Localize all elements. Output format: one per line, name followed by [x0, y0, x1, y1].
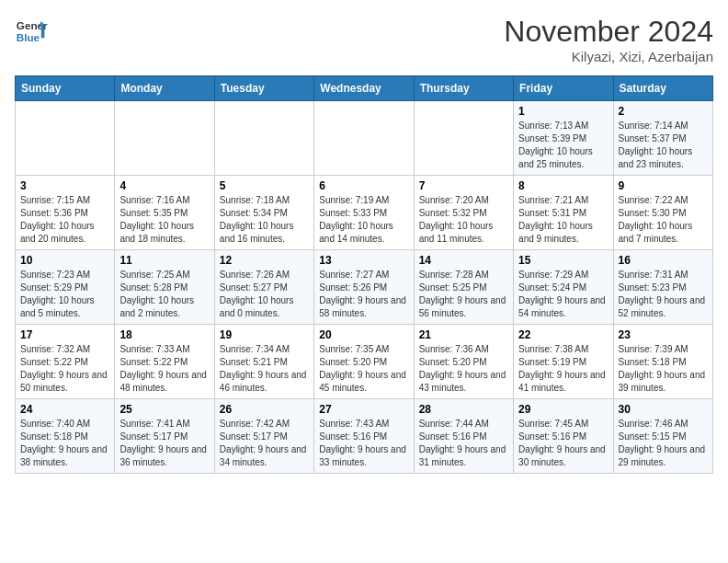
location-subtitle: Kilyazi, Xizi, Azerbaijan: [504, 49, 713, 64]
weekday-header-saturday: Saturday: [613, 76, 712, 101]
calendar-cell: 20Sunrise: 7:35 AM Sunset: 5:20 PM Dayli…: [314, 325, 414, 399]
day-number: 7: [419, 179, 508, 192]
calendar-cell: 10Sunrise: 7:23 AM Sunset: 5:29 PM Dayli…: [16, 250, 115, 325]
calendar-cell: 22Sunrise: 7:38 AM Sunset: 5:19 PM Dayli…: [514, 325, 613, 399]
day-number: 17: [20, 328, 109, 341]
day-number: 6: [319, 179, 408, 192]
day-info: Sunrise: 7:15 AM Sunset: 5:36 PM Dayligh…: [20, 194, 109, 246]
calendar-week-1: 1Sunrise: 7:13 AM Sunset: 5:39 PM Daylig…: [16, 101, 713, 176]
calendar-cell: [214, 101, 313, 176]
day-number: 4: [119, 179, 209, 192]
weekday-header-thursday: Thursday: [414, 76, 513, 101]
day-number: 2: [619, 105, 708, 118]
calendar-cell: 30Sunrise: 7:46 AM Sunset: 5:15 PM Dayli…: [613, 399, 712, 474]
logo: General Blue: [15, 15, 48, 48]
day-info: Sunrise: 7:40 AM Sunset: 5:18 PM Dayligh…: [20, 418, 109, 469]
weekday-header-monday: Monday: [115, 76, 214, 101]
calendar-week-2: 3Sunrise: 7:15 AM Sunset: 5:36 PM Daylig…: [16, 176, 713, 250]
day-number: 9: [619, 179, 708, 192]
day-number: 19: [220, 328, 309, 341]
calendar-cell: 21Sunrise: 7:36 AM Sunset: 5:20 PM Dayli…: [414, 325, 513, 399]
calendar-cell: 11Sunrise: 7:25 AM Sunset: 5:28 PM Dayli…: [115, 250, 214, 325]
day-info: Sunrise: 7:42 AM Sunset: 5:17 PM Dayligh…: [220, 418, 309, 469]
day-info: Sunrise: 7:38 AM Sunset: 5:19 PM Dayligh…: [518, 343, 608, 395]
calendar-cell: 9Sunrise: 7:22 AM Sunset: 5:30 PM Daylig…: [613, 176, 712, 250]
calendar-header: SundayMondayTuesdayWednesdayThursdayFrid…: [16, 76, 713, 101]
day-number: 15: [518, 254, 608, 267]
weekday-header-friday: Friday: [514, 76, 613, 101]
day-info: Sunrise: 7:44 AM Sunset: 5:16 PM Dayligh…: [419, 418, 508, 469]
calendar-cell: 7Sunrise: 7:20 AM Sunset: 5:32 PM Daylig…: [414, 176, 513, 250]
weekday-header-row: SundayMondayTuesdayWednesdayThursdayFrid…: [16, 76, 713, 101]
day-info: Sunrise: 7:16 AM Sunset: 5:35 PM Dayligh…: [119, 194, 209, 246]
day-info: Sunrise: 7:13 AM Sunset: 5:39 PM Dayligh…: [518, 120, 608, 171]
calendar-cell: 19Sunrise: 7:34 AM Sunset: 5:21 PM Dayli…: [214, 325, 313, 399]
day-info: Sunrise: 7:23 AM Sunset: 5:29 PM Dayligh…: [20, 269, 109, 320]
logo-icon: General Blue: [15, 15, 48, 48]
weekday-header-sunday: Sunday: [16, 76, 115, 101]
calendar-cell: 28Sunrise: 7:44 AM Sunset: 5:16 PM Dayli…: [414, 399, 513, 474]
day-number: 8: [518, 179, 608, 192]
day-number: 28: [419, 403, 508, 416]
calendar-week-5: 24Sunrise: 7:40 AM Sunset: 5:18 PM Dayli…: [16, 399, 713, 474]
day-number: 5: [220, 179, 309, 192]
month-title: November 2024: [504, 15, 713, 49]
day-number: 14: [419, 254, 508, 267]
day-info: Sunrise: 7:45 AM Sunset: 5:16 PM Dayligh…: [518, 418, 608, 469]
calendar-cell: [16, 101, 115, 176]
day-number: 24: [20, 403, 109, 416]
day-info: Sunrise: 7:36 AM Sunset: 5:20 PM Dayligh…: [419, 343, 508, 395]
calendar-cell: 4Sunrise: 7:16 AM Sunset: 5:35 PM Daylig…: [115, 176, 214, 250]
weekday-header-wednesday: Wednesday: [314, 76, 414, 101]
day-number: 27: [319, 403, 408, 416]
calendar-cell: 12Sunrise: 7:26 AM Sunset: 5:27 PM Dayli…: [214, 250, 313, 325]
calendar-week-3: 10Sunrise: 7:23 AM Sunset: 5:29 PM Dayli…: [16, 250, 713, 325]
day-number: 20: [319, 328, 408, 341]
day-info: Sunrise: 7:19 AM Sunset: 5:33 PM Dayligh…: [319, 194, 408, 246]
title-area: November 2024 Kilyazi, Xizi, Azerbaijan: [504, 15, 713, 64]
day-number: 18: [119, 328, 209, 341]
day-number: 25: [119, 403, 209, 416]
day-number: 3: [20, 179, 109, 192]
day-number: 10: [20, 254, 109, 267]
day-info: Sunrise: 7:46 AM Sunset: 5:15 PM Dayligh…: [619, 418, 708, 469]
day-info: Sunrise: 7:21 AM Sunset: 5:31 PM Dayligh…: [518, 194, 608, 246]
day-number: 26: [220, 403, 309, 416]
day-number: 11: [119, 254, 209, 267]
calendar-cell: 8Sunrise: 7:21 AM Sunset: 5:31 PM Daylig…: [514, 176, 613, 250]
day-info: Sunrise: 7:25 AM Sunset: 5:28 PM Dayligh…: [119, 269, 209, 320]
day-info: Sunrise: 7:28 AM Sunset: 5:25 PM Dayligh…: [419, 269, 508, 320]
day-number: 12: [220, 254, 309, 267]
day-info: Sunrise: 7:27 AM Sunset: 5:26 PM Dayligh…: [319, 269, 408, 320]
calendar-cell: 3Sunrise: 7:15 AM Sunset: 5:36 PM Daylig…: [16, 176, 115, 250]
calendar-cell: 27Sunrise: 7:43 AM Sunset: 5:16 PM Dayli…: [314, 399, 414, 474]
calendar-cell: 2Sunrise: 7:14 AM Sunset: 5:37 PM Daylig…: [613, 101, 712, 176]
calendar-cell: [314, 101, 414, 176]
day-info: Sunrise: 7:29 AM Sunset: 5:24 PM Dayligh…: [518, 269, 608, 320]
day-info: Sunrise: 7:41 AM Sunset: 5:17 PM Dayligh…: [119, 418, 209, 469]
day-info: Sunrise: 7:18 AM Sunset: 5:34 PM Dayligh…: [220, 194, 309, 246]
day-number: 29: [518, 403, 608, 416]
page-header: General Blue November 2024 Kilyazi, Xizi…: [15, 15, 713, 64]
svg-text:Blue: Blue: [17, 31, 40, 43]
calendar-cell: 24Sunrise: 7:40 AM Sunset: 5:18 PM Dayli…: [16, 399, 115, 474]
day-info: Sunrise: 7:20 AM Sunset: 5:32 PM Dayligh…: [419, 194, 508, 246]
calendar-cell: 5Sunrise: 7:18 AM Sunset: 5:34 PM Daylig…: [214, 176, 313, 250]
day-number: 16: [619, 254, 708, 267]
weekday-header-tuesday: Tuesday: [214, 76, 313, 101]
calendar-cell: [414, 101, 513, 176]
calendar-cell: 14Sunrise: 7:28 AM Sunset: 5:25 PM Dayli…: [414, 250, 513, 325]
calendar-week-4: 17Sunrise: 7:32 AM Sunset: 5:22 PM Dayli…: [16, 325, 713, 399]
day-info: Sunrise: 7:35 AM Sunset: 5:20 PM Dayligh…: [319, 343, 408, 395]
calendar-cell: [115, 101, 214, 176]
day-info: Sunrise: 7:26 AM Sunset: 5:27 PM Dayligh…: [220, 269, 309, 320]
day-number: 13: [319, 254, 408, 267]
calendar-cell: 15Sunrise: 7:29 AM Sunset: 5:24 PM Dayli…: [514, 250, 613, 325]
calendar-cell: 26Sunrise: 7:42 AM Sunset: 5:17 PM Dayli…: [214, 399, 313, 474]
calendar-cell: 1Sunrise: 7:13 AM Sunset: 5:39 PM Daylig…: [514, 101, 613, 176]
day-number: 1: [518, 105, 608, 118]
day-info: Sunrise: 7:32 AM Sunset: 5:22 PM Dayligh…: [20, 343, 109, 395]
calendar-cell: 17Sunrise: 7:32 AM Sunset: 5:22 PM Dayli…: [16, 325, 115, 399]
day-info: Sunrise: 7:31 AM Sunset: 5:23 PM Dayligh…: [619, 269, 708, 320]
calendar-cell: 16Sunrise: 7:31 AM Sunset: 5:23 PM Dayli…: [613, 250, 712, 325]
